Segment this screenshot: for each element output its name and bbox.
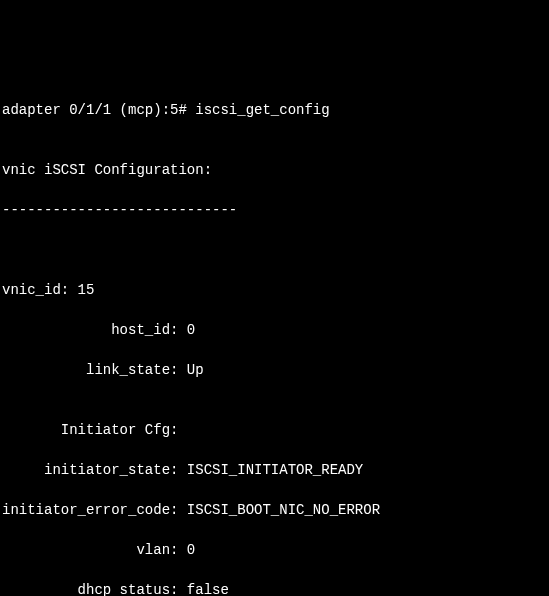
dhcp-status-line: dhcp status: false bbox=[2, 580, 547, 596]
command: iscsi_get_config bbox=[195, 102, 329, 118]
vlan-line: vlan: 0 bbox=[2, 540, 547, 560]
config-header: vnic iSCSI Configuration: bbox=[2, 160, 547, 180]
host-id-line: host_id: 0 bbox=[2, 320, 547, 340]
vnic-id-line: vnic_id: 15 bbox=[2, 280, 547, 300]
prompt-line-5: adapter 0/1/1 (mcp):5# iscsi_get_config bbox=[2, 100, 547, 120]
separator: ---------------------------- bbox=[2, 200, 547, 220]
initiator-cfg-header: Initiator Cfg: bbox=[2, 420, 547, 440]
prompt: adapter 0/1/1 (mcp):5# bbox=[2, 102, 195, 118]
terminal-output[interactable]: adapter 0/1/1 (mcp):5# iscsi_get_config … bbox=[0, 80, 549, 596]
initiator-state-line: initiator_state: ISCSI_INITIATOR_READY bbox=[2, 460, 547, 480]
initiator-error-line: initiator_error_code: ISCSI_BOOT_NIC_NO_… bbox=[2, 500, 547, 520]
link-state-line: link_state: Up bbox=[2, 360, 547, 380]
